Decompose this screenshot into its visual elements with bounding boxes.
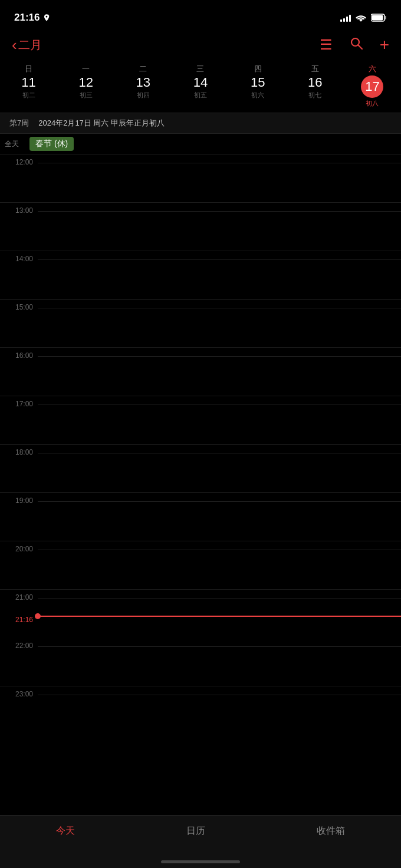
add-icon[interactable]: + xyxy=(380,35,389,54)
allday-label: 全天 xyxy=(5,139,25,149)
time-slot-1300: 13:00 xyxy=(0,203,401,251)
time-slot-2200: 22:00 xyxy=(0,638,401,686)
svg-rect-2 xyxy=(372,15,383,21)
status-time: 21:16 xyxy=(14,12,51,24)
current-time-indicator: 21:16 xyxy=(0,607,401,638)
current-time-dot xyxy=(35,613,41,619)
time-slot-2000: 20:00 xyxy=(0,541,401,590)
status-icons xyxy=(340,14,387,22)
time-slot-1600: 16:00 xyxy=(0,348,401,396)
time-slot-1500: 15:00 xyxy=(0,300,401,348)
time-display: 21:16 xyxy=(14,12,40,24)
day-col-fri[interactable]: 五 16 初七 xyxy=(287,61,344,110)
time-slot-1400: 14:00 xyxy=(0,251,401,300)
app-header: ‹ 二月 ☰ + xyxy=(0,31,401,61)
day-col-sun[interactable]: 日 11 初二 xyxy=(0,61,57,110)
header-action-icons: ☰ + xyxy=(320,35,389,54)
tab-today[interactable]: 今天 xyxy=(44,823,87,840)
day-col-sat-today[interactable]: 六 17 初八 xyxy=(344,61,401,110)
svg-rect-1 xyxy=(385,16,387,19)
status-bar: 21:16 xyxy=(0,0,401,31)
signal-icon xyxy=(340,14,351,22)
week-number: 第7周 xyxy=(9,118,29,129)
tab-inbox[interactable]: 收件箱 xyxy=(305,823,357,840)
list-icon[interactable]: ☰ xyxy=(320,37,333,53)
back-label: 二月 xyxy=(18,37,42,53)
day-col-tue[interactable]: 二 13 初四 xyxy=(114,61,172,110)
wifi-icon xyxy=(356,14,366,22)
time-slot-1200: 12:00 xyxy=(0,154,401,203)
home-indicator xyxy=(161,860,240,863)
current-time-label: 21:16 xyxy=(0,616,38,624)
date-full: 2024年2月17日 周六 甲辰年正月初八 xyxy=(38,118,165,129)
week-info-row: 第7周 2024年2月17日 周六 甲辰年正月初八 xyxy=(0,113,401,134)
search-icon[interactable] xyxy=(349,36,363,54)
current-time-line xyxy=(38,616,401,617)
spring-festival-event[interactable]: 春节 (休) xyxy=(29,137,74,151)
svg-line-4 xyxy=(358,45,362,50)
time-slot-1800: 18:00 xyxy=(0,445,401,493)
time-slot-2300: 23:00 xyxy=(0,686,401,721)
battery-icon xyxy=(371,14,387,22)
timeline: 12:00 13:00 14:00 15:00 16:00 17:00 18:0… xyxy=(0,154,401,721)
time-slot-1900: 19:00 xyxy=(0,493,401,541)
day-col-wed[interactable]: 三 14 初五 xyxy=(172,61,229,110)
tab-calendar[interactable]: 日历 xyxy=(175,823,217,840)
week-day-header: 日 11 初二 一 12 初三 二 13 初四 三 14 初五 四 15 初六 … xyxy=(0,61,401,113)
allday-row: 全天 春节 (休) xyxy=(0,134,401,154)
time-slot-2100: 21:00 xyxy=(0,590,401,607)
back-button[interactable]: ‹ 二月 xyxy=(12,37,42,53)
day-col-thu[interactable]: 四 15 初六 xyxy=(229,61,287,110)
location-icon xyxy=(42,14,51,22)
day-col-mon[interactable]: 一 12 初三 xyxy=(57,61,114,110)
time-slot-1700: 17:00 xyxy=(0,396,401,445)
back-chevron-icon: ‹ xyxy=(12,37,17,52)
